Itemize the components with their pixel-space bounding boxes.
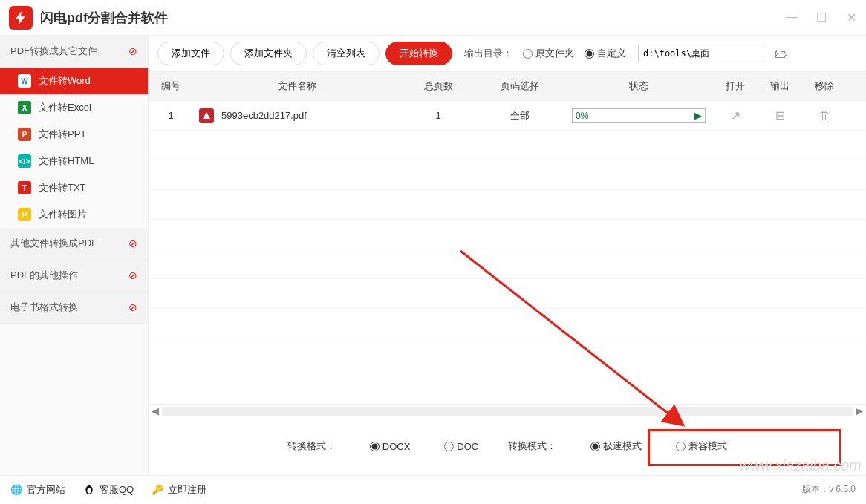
cell-page-select[interactable]: 全部 — [475, 102, 564, 130]
sidebar-section-ebook[interactable]: 电子书格式转换 ⊘ — [0, 292, 148, 324]
scroll-right-icon[interactable]: ▶ — [856, 405, 863, 416]
sidebar-item-4[interactable]: T文件转TXT — [0, 174, 148, 201]
th-total-pages: 总页数 — [401, 72, 475, 100]
highlight-annotation — [648, 429, 841, 466]
file-type-icon: X — [18, 101, 31, 114]
mode-label: 转换模式： — [508, 439, 556, 453]
app-logo-icon — [9, 6, 33, 30]
start-convert-button[interactable]: 开始转换 — [385, 42, 452, 65]
sidebar-item-label: 文件转图片 — [39, 208, 87, 221]
sidebar-item-label: 文件转PPT — [39, 128, 86, 141]
th-page-select: 页码选择 — [475, 72, 564, 100]
browse-folder-icon[interactable]: 🗁 — [775, 46, 788, 62]
app-title: 闪电pdf分割合并软件 — [40, 9, 168, 27]
sidebar-item-3[interactable]: </>文件转HTML — [0, 148, 148, 174]
file-type-icon: P — [18, 208, 31, 221]
maximize-button[interactable]: ☐ — [815, 10, 827, 24]
progress-percent: 0% — [576, 111, 690, 121]
output-custom-radio[interactable]: 自定义 — [585, 47, 626, 60]
th-filename: 文件名称 — [193, 72, 401, 100]
sidebar-section-label: PDF的其他操作 — [10, 269, 78, 282]
chevron-down-icon: ⊘ — [128, 45, 137, 57]
pdf-file-icon — [199, 108, 214, 123]
output-path-input[interactable] — [638, 45, 764, 62]
horizontal-scrollbar[interactable]: ◀ ▶ — [149, 404, 866, 417]
th-status: 状态 — [564, 72, 713, 100]
register-link[interactable]: 🔑 立即注册 — [152, 483, 206, 497]
sidebar-item-0[interactable]: W文件转Word — [0, 68, 148, 94]
chevron-right-icon: ⊘ — [128, 301, 137, 313]
chevron-right-icon: ⊘ — [128, 269, 137, 281]
table-row[interactable]: 1 5993ecb2dd217.pdf 1 全部 0% ▶ ↗ ⊟ 🗑 — [149, 101, 866, 131]
toolbar: 添加文件 添加文件夹 清空列表 开始转换 输出目录： 原文件夹 自定义 🗁 — [149, 36, 866, 72]
chevron-right-icon: ⊘ — [128, 238, 137, 249]
official-site-link[interactable]: 🌐 官方网站 — [10, 483, 65, 497]
output-dir-label: 输出目录： — [464, 47, 512, 60]
scroll-left-icon[interactable]: ◀ — [152, 405, 159, 416]
support-qq-link[interactable]: 客服QQ — [83, 483, 134, 497]
cell-pages: 1 — [401, 102, 475, 128]
sidebar-item-5[interactable]: P文件转图片 — [0, 201, 148, 228]
sidebar-item-label: 文件转HTML — [39, 154, 94, 168]
th-output: 输出 — [758, 72, 802, 100]
delete-file-icon[interactable]: 🗑 — [818, 109, 830, 122]
cell-filename: 5993ecb2dd217.pdf — [221, 110, 307, 121]
globe-icon: 🌐 — [10, 484, 22, 495]
cell-number: 1 — [149, 102, 193, 128]
svg-point-2 — [87, 488, 91, 494]
output-source-radio[interactable]: 原文件夹 — [523, 47, 574, 60]
format-doc-radio[interactable]: DOC — [444, 441, 478, 452]
format-docx-radio[interactable]: DOCX — [370, 441, 411, 452]
add-file-button[interactable]: 添加文件 — [157, 42, 224, 65]
open-file-icon[interactable]: ↗ — [731, 109, 740, 122]
sidebar-section-pdf-other-ops[interactable]: PDF的其他操作 ⊘ — [0, 260, 148, 292]
sidebar-section-label: PDF转换成其它文件 — [10, 45, 97, 58]
file-table: 编号 文件名称 总页数 页码选择 状态 打开 输出 移除 1 5993ecb2d… — [149, 72, 866, 404]
file-type-icon: W — [18, 74, 31, 88]
close-button[interactable]: ✕ — [845, 10, 857, 24]
output-file-icon[interactable]: ⊟ — [775, 109, 785, 122]
sidebar-item-2[interactable]: P文件转PPT — [0, 121, 148, 148]
sidebar-item-1[interactable]: X文件转Excel — [0, 94, 148, 121]
sidebar: PDF转换成其它文件 ⊘ W文件转WordX文件转ExcelP文件转PPT</>… — [0, 36, 149, 475]
version-label: 版本：v 6.5.0 — [802, 483, 856, 496]
file-type-icon: </> — [18, 154, 31, 168]
th-remove: 移除 — [802, 72, 847, 100]
th-number: 编号 — [149, 72, 193, 100]
footer: 🌐 官方网站 客服QQ 🔑 立即注册 版本：v 6.5.0 — [0, 475, 866, 503]
sidebar-item-label: 文件转Excel — [39, 101, 91, 114]
format-label: 转换格式： — [287, 439, 336, 453]
qq-penguin-icon — [83, 484, 95, 496]
svg-point-3 — [88, 488, 89, 489]
th-open: 打开 — [713, 72, 758, 100]
clear-list-button[interactable]: 清空列表 — [313, 42, 380, 65]
svg-point-4 — [90, 488, 91, 489]
sidebar-section-other-to-pdf[interactable]: 其他文件转换成PDF ⊘ — [0, 228, 148, 260]
progress-bar[interactable]: 0% ▶ — [572, 108, 706, 123]
key-icon: 🔑 — [152, 484, 163, 495]
sidebar-item-label: 文件转Word — [39, 74, 91, 88]
file-type-icon: T — [18, 181, 31, 194]
file-type-icon: P — [18, 128, 31, 141]
sidebar-section-label: 电子书格式转换 — [10, 301, 78, 314]
sidebar-item-label: 文件转TXT — [39, 181, 86, 194]
sidebar-section-pdf-to-other[interactable]: PDF转换成其它文件 ⊘ — [0, 36, 148, 68]
minimize-button[interactable]: — — [786, 10, 798, 24]
play-icon[interactable]: ▶ — [694, 110, 702, 121]
add-folder-button[interactable]: 添加文件夹 — [230, 42, 307, 65]
mode-fast-radio[interactable]: 极速模式 — [590, 439, 642, 453]
sidebar-section-label: 其他文件转换成PDF — [10, 237, 97, 250]
